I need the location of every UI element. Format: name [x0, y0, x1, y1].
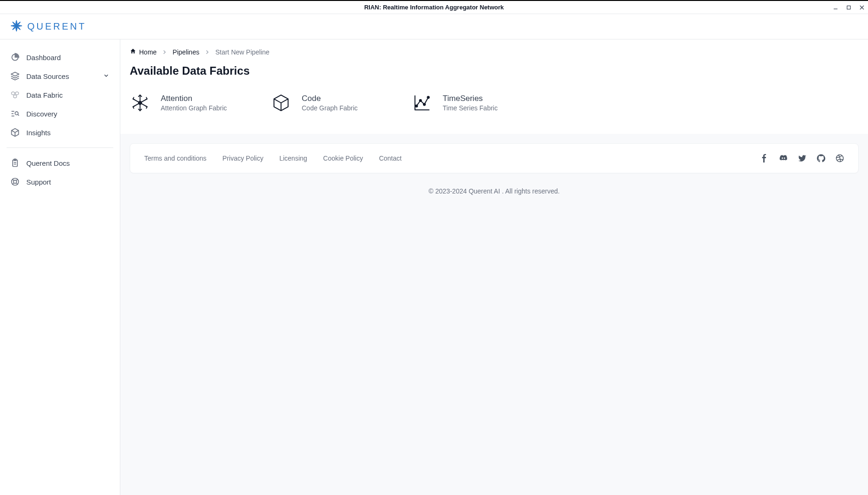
svg-point-35 — [427, 96, 429, 98]
home-icon — [130, 48, 136, 56]
page-title: Available Data Fabrics — [130, 64, 859, 77]
sidebar-item-label: Data Sources — [26, 72, 69, 80]
chart-line-icon — [412, 93, 432, 113]
content-area: Home Pipelines Start New Pipeline — [120, 39, 868, 495]
svg-rect-1 — [847, 6, 851, 9]
layers-icon — [10, 71, 20, 81]
svg-line-23 — [16, 183, 18, 185]
cube-icon — [271, 93, 291, 113]
footer-link-terms[interactable]: Terms and conditions — [144, 155, 206, 162]
hexagon-grid-icon — [10, 90, 20, 100]
sidebar-item-label: Dashboard — [26, 54, 61, 62]
breadcrumb-home[interactable]: Home — [130, 48, 156, 56]
window-close-button[interactable] — [859, 4, 865, 11]
breadcrumb-label: Home — [139, 48, 156, 56]
svg-point-34 — [423, 103, 425, 105]
cube-icon — [10, 128, 20, 137]
svg-point-32 — [415, 105, 417, 107]
chevron-down-icon — [103, 72, 109, 80]
fabric-card-timeseries[interactable]: TimeSeries Time Series Fabric — [412, 91, 534, 115]
footer-band: Terms and conditions Privacy Policy Lice… — [130, 143, 859, 173]
brand-bar: QUERENT — [0, 14, 868, 39]
svg-line-13 — [18, 115, 19, 116]
fabric-subtitle: Code Graph Fabric — [302, 104, 358, 112]
sidebar-item-label: Data Fabric — [26, 91, 63, 99]
dribbble-icon[interactable] — [836, 154, 844, 162]
breadcrumb-pipelines[interactable]: Pipelines — [172, 48, 199, 56]
search-lines-icon — [10, 109, 20, 118]
chevron-right-icon — [204, 49, 211, 55]
sidebar-item-data-fabric[interactable]: Data Fabric — [7, 85, 113, 104]
github-icon[interactable] — [817, 154, 825, 162]
window-minimize-button[interactable] — [832, 4, 839, 11]
svg-line-22 — [12, 179, 14, 180]
sidebar-item-docs[interactable]: Querent Docs — [7, 154, 113, 172]
sidebar-item-data-sources[interactable]: Data Sources — [7, 67, 113, 85]
breadcrumb-label: Start New Pipeline — [215, 48, 269, 56]
sidebar-divider — [7, 147, 113, 148]
footer-link-privacy[interactable]: Privacy Policy — [222, 155, 263, 162]
svg-marker-7 — [16, 92, 19, 95]
footer-link-licensing[interactable]: Licensing — [279, 155, 307, 162]
sidebar-item-dashboard[interactable]: Dashboard — [7, 48, 113, 67]
fabric-card-code[interactable]: Code Code Graph Fabric — [271, 91, 393, 115]
sidebar-item-label: Support — [26, 178, 51, 186]
fabric-title: Attention — [161, 94, 227, 103]
sidebar: Dashboard Data Sources Data Fabric — [0, 39, 120, 495]
facebook-icon[interactable] — [760, 154, 769, 162]
window-title-bar: RIAN: Realtime Information Aggregator Ne… — [0, 1, 868, 14]
brand-name: QUERENT — [27, 21, 86, 32]
svg-marker-5 — [11, 72, 19, 76]
brand-logo[interactable]: QUERENT — [10, 20, 86, 34]
fabric-card-attention[interactable]: Attention Attention Graph Fabric — [130, 91, 252, 115]
svg-point-33 — [420, 100, 422, 101]
sidebar-item-support[interactable]: Support — [7, 172, 113, 191]
fabric-title: TimeSeries — [443, 94, 498, 103]
sidebar-item-insights[interactable]: Insights — [7, 123, 113, 142]
window-controls — [832, 1, 865, 14]
footer-link-contact[interactable]: Contact — [379, 155, 401, 162]
fabric-subtitle: Attention Graph Fabric — [161, 104, 227, 112]
snowflake-icon — [130, 93, 150, 113]
svg-point-12 — [15, 112, 18, 115]
svg-marker-6 — [12, 92, 15, 95]
chevron-right-icon — [161, 49, 168, 55]
fabric-subtitle: Time Series Fabric — [443, 104, 498, 112]
footer-link-cookie[interactable]: Cookie Policy — [323, 155, 363, 162]
sidebar-item-label: Querent Docs — [26, 159, 70, 167]
svg-line-25 — [12, 183, 14, 185]
footer-copyright: © 2023-2024 Querent AI . All rights rese… — [120, 173, 868, 214]
breadcrumb-current: Start New Pipeline — [215, 48, 269, 56]
window-title: RIAN: Realtime Information Aggregator Ne… — [364, 4, 504, 11]
footer-social — [760, 154, 844, 162]
sidebar-item-label: Discovery — [26, 110, 57, 118]
footer-links: Terms and conditions Privacy Policy Lice… — [144, 155, 402, 162]
clipboard-icon — [10, 158, 20, 168]
breadcrumb-label: Pipelines — [172, 48, 199, 56]
svg-line-24 — [16, 179, 18, 180]
fabric-title: Code — [302, 94, 358, 103]
window-maximize-button[interactable] — [845, 4, 852, 11]
brand-mark-icon — [10, 20, 23, 34]
svg-point-21 — [14, 180, 17, 184]
sidebar-item-discovery[interactable]: Discovery — [7, 104, 113, 123]
discord-icon[interactable] — [779, 154, 788, 162]
life-ring-icon — [10, 177, 20, 186]
svg-marker-8 — [14, 95, 17, 98]
pie-chart-icon — [10, 53, 20, 62]
breadcrumb: Home Pipelines Start New Pipeline — [130, 48, 859, 56]
fabric-list: Attention Attention Graph Fabric — [130, 91, 859, 134]
twitter-icon[interactable] — [798, 154, 806, 162]
sidebar-item-label: Insights — [26, 129, 51, 137]
